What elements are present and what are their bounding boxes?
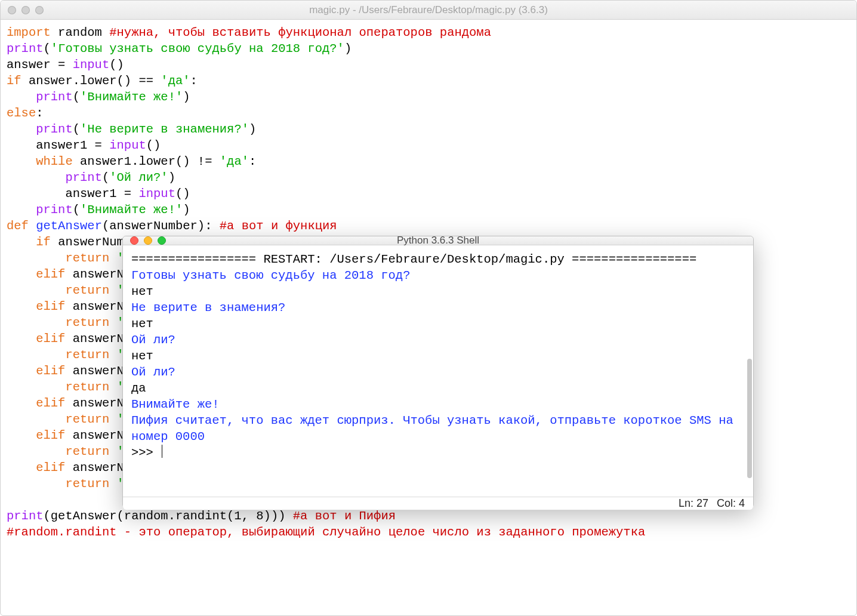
code-token: if — [7, 74, 21, 88]
code-token: answerN — [65, 429, 124, 442]
code-token: answerN — [65, 300, 124, 313]
scrollbar[interactable] — [747, 359, 752, 478]
status-col: Col: 4 — [717, 497, 745, 510]
code-token: answerN — [65, 461, 124, 475]
shell-line: Внимайте же! — [131, 398, 220, 411]
code-token: answerN — [65, 332, 124, 346]
code-token: getAnswer — [36, 219, 102, 233]
code-token — [7, 284, 65, 297]
zoom-icon[interactable] — [35, 6, 44, 14]
code-token — [7, 122, 36, 136]
code-token — [7, 316, 65, 329]
code-token: print — [7, 42, 44, 56]
minimize-icon[interactable] — [21, 6, 30, 14]
code-token: () — [175, 187, 190, 201]
code-token — [109, 445, 116, 458]
shell-output[interactable]: ================= RESTART: /Users/Febrau… — [123, 245, 753, 497]
shell-prompt: >>> — [131, 446, 161, 460]
code-token: print — [65, 171, 102, 184]
code-token: return — [65, 445, 109, 458]
code-token: 'Внимайте же!' — [80, 203, 183, 217]
code-token: elif — [36, 396, 65, 410]
code-token: #а вот и функция — [220, 219, 337, 233]
code-token: 'да' — [220, 155, 249, 168]
shell-title: Python 3.6.3 Shell — [123, 235, 753, 247]
code-token: elif — [36, 461, 65, 475]
code-token: answer1.lower() != — [73, 155, 220, 168]
code-token — [7, 251, 65, 265]
code-token — [109, 380, 116, 394]
shell-line: Не верите в знамения? — [131, 301, 285, 315]
code-token — [7, 203, 36, 217]
code-token: print — [7, 509, 44, 523]
code-token: answerN — [65, 267, 124, 281]
code-token: return — [65, 284, 109, 297]
code-token: #а вот и Пифия — [293, 509, 396, 523]
code-token — [29, 219, 36, 233]
code-token: #random.randint - это оператор, выбирающ… — [7, 525, 645, 539]
shell-line: нет — [131, 317, 153, 331]
code-token — [7, 477, 65, 491]
code-token — [7, 348, 65, 362]
code-token — [109, 412, 116, 426]
code-token: () — [146, 138, 161, 152]
code-token — [7, 364, 36, 378]
code-token: answerNum — [51, 235, 124, 249]
code-token: () — [109, 58, 124, 72]
code-token: random — [51, 26, 109, 39]
code-token — [7, 171, 65, 184]
code-token: else — [7, 106, 36, 120]
close-icon[interactable] — [130, 236, 138, 245]
code-token: answer.lower() == — [21, 74, 161, 88]
minimize-icon[interactable] — [144, 236, 152, 245]
code-token: answerN — [65, 396, 124, 410]
code-token: def — [7, 219, 29, 233]
shell-line: Ой ли? — [131, 333, 175, 347]
code-token — [109, 284, 116, 297]
code-token: if — [36, 235, 51, 249]
code-token: while — [36, 155, 73, 168]
code-token: (getAnswer(random.randint(1, 8))) — [44, 509, 293, 523]
shell-line: нет — [131, 285, 153, 298]
shell-line: Готовы узнать свою судьбу на 2018 год? — [131, 269, 410, 282]
code-token: return — [65, 412, 109, 426]
shell-line: да — [131, 381, 146, 395]
shell-titlebar: Python 3.6.3 Shell — [123, 236, 753, 245]
code-token: elif — [36, 267, 65, 281]
code-token: answer1 = — [7, 187, 138, 201]
code-token — [7, 461, 36, 475]
code-token: : — [249, 155, 256, 168]
code-token: 'Не верите в знамения?' — [80, 122, 249, 136]
code-token: return — [65, 316, 109, 329]
code-token: return — [65, 348, 109, 362]
code-token: answer1 = — [7, 138, 109, 152]
code-token: answerN — [65, 364, 124, 378]
shell-statusbar: Ln: 27 Col: 4 — [123, 497, 753, 510]
code-token — [7, 155, 36, 168]
code-token: elif — [36, 429, 65, 442]
code-token: input — [73, 58, 110, 72]
code-token — [7, 300, 36, 313]
code-token — [7, 380, 65, 394]
code-token: elif — [36, 364, 65, 378]
code-token: print — [36, 203, 73, 217]
code-token: elif — [36, 332, 65, 346]
code-token — [7, 396, 36, 410]
code-token: : — [190, 74, 198, 88]
code-token — [7, 90, 36, 104]
code-token — [7, 267, 36, 281]
zoom-icon[interactable] — [158, 236, 166, 245]
code-token — [7, 429, 36, 442]
code-token: return — [65, 251, 109, 265]
code-token — [7, 445, 65, 458]
code-token: return — [65, 380, 109, 394]
code-token: input — [109, 138, 146, 152]
code-token: 'да' — [161, 74, 190, 88]
code-token: 'Готовы узнать свою судьбу на 2018 год?' — [51, 42, 344, 56]
status-line: Ln: 27 — [679, 497, 708, 510]
editor-traffic-lights — [1, 6, 44, 14]
close-icon[interactable] — [8, 6, 16, 14]
code-token: print — [36, 90, 73, 104]
code-token: : — [36, 106, 43, 120]
code-token: import — [7, 26, 51, 39]
